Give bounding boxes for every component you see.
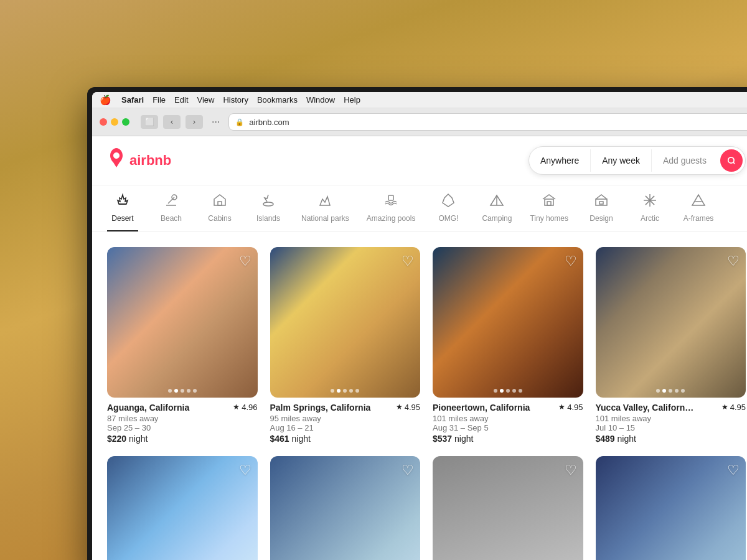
listing-price-aguanga: $220 night [107, 434, 258, 444]
category-amazing-pools[interactable]: Amazing pools [367, 193, 416, 231]
listing-distance-aguanga: 87 miles away [107, 414, 258, 423]
design-icon [594, 193, 609, 212]
listing-rating-aguanga: ★ 4.96 [233, 403, 257, 412]
image-dots [168, 389, 197, 393]
star-icon-palm-springs: ★ [396, 403, 403, 411]
menubar-window[interactable]: Window [306, 95, 335, 105]
category-islands[interactable]: Islands [253, 193, 284, 231]
wishlist-button-yucca-valley[interactable]: ♡ [727, 253, 740, 269]
menubar-bookmarks[interactable]: Bookmarks [257, 95, 298, 105]
listing-rating-pioneertown: ★ 4.95 [558, 403, 583, 412]
search-any-week[interactable]: Any week [591, 149, 652, 172]
listing-dates-palm-springs: Aug 16 – 21 [270, 423, 421, 432]
menubar-view[interactable]: View [197, 95, 215, 105]
svg-rect-5 [545, 199, 553, 205]
category-beach[interactable]: Beach [156, 193, 187, 231]
camping-icon [489, 193, 504, 212]
airbnb-logo-icon [107, 148, 126, 174]
menubar-help[interactable]: Help [344, 95, 360, 105]
menubar-safari[interactable]: Safari [121, 95, 144, 105]
listing-card-aguanga[interactable]: ♡ Aguanga, California ★ 4.96 87 miles aw… [107, 247, 258, 444]
listing-image-pioneertown: ♡ [433, 247, 583, 398]
dot-3 [187, 389, 190, 393]
listing-distance-pioneertown: 101 miles away [433, 414, 583, 423]
screen-bezel: 🍎 Safari File Edit View History Bookmark… [92, 92, 747, 560]
maximize-button[interactable] [122, 118, 129, 126]
forward-button[interactable]: › [186, 115, 203, 129]
listing-image-palm-springs: ♡ [270, 247, 421, 398]
category-label-camping: Camping [482, 214, 512, 223]
beach-icon [164, 193, 179, 212]
category-label-desert: Desert [111, 214, 133, 223]
dot-3 [349, 389, 353, 393]
category-arctic[interactable]: Arctic [634, 193, 665, 231]
listing-price-pioneertown: $537 night [433, 434, 583, 444]
search-button[interactable] [720, 149, 743, 172]
menubar-edit[interactable]: Edit [174, 95, 188, 105]
url-text: airbnb.com [249, 118, 289, 127]
category-desert[interactable]: Desert [107, 193, 138, 231]
back-button[interactable]: ‹ [163, 115, 181, 129]
tab-more-button[interactable]: ··· [209, 116, 222, 128]
dot-4 [355, 389, 359, 393]
listing-card-pioneertown[interactable]: ♡ Pioneertown, California ★ 4.95 101 mil… [433, 247, 583, 444]
listing-card-bottom1[interactable]: ♡ [107, 456, 258, 561]
wishlist-button-aguanga[interactable]: ♡ [239, 253, 251, 269]
browser-controls: ⬜ ‹ › [141, 115, 203, 129]
close-button[interactable] [100, 118, 107, 126]
dot-0 [168, 389, 172, 393]
category-a-frames[interactable]: A-frames [683, 193, 714, 231]
wishlist-button-bottom4[interactable]: ♡ [727, 462, 740, 478]
svg-rect-6 [547, 202, 551, 205]
listing-price-amount-pioneertown: $537 [433, 434, 452, 444]
search-add-guests[interactable]: Add guests [652, 149, 718, 172]
wishlist-button-bottom1[interactable]: ♡ [239, 462, 251, 478]
listing-card-bottom2[interactable]: ♡ [270, 456, 421, 561]
dot-4 [193, 389, 197, 393]
menubar-file[interactable]: File [153, 95, 166, 105]
listing-card-palm-springs[interactable]: ♡ Palm Springs, California ★ 4.95 95 mil… [270, 247, 421, 444]
airbnb-logo[interactable]: airbnb [107, 148, 171, 174]
dot-3 [512, 389, 516, 393]
dot-0 [331, 389, 334, 393]
category-camping[interactable]: Camping [481, 193, 512, 231]
category-nav: Desert Beach Cabins Islands National par… [92, 185, 747, 232]
wishlist-button-bottom2[interactable]: ♡ [402, 462, 414, 478]
browser-chrome: ⬜ ‹ › ··· 🔒 airbnb.com [92, 108, 747, 136]
dot-0 [494, 389, 497, 393]
wishlist-button-bottom3[interactable]: ♡ [565, 462, 577, 478]
dot-1 [500, 389, 504, 393]
listing-info-palm-springs: Palm Springs, California ★ 4.95 [270, 403, 421, 413]
category-national-parks[interactable]: National parks [301, 193, 349, 231]
wishlist-button-palm-springs[interactable]: ♡ [402, 253, 414, 269]
listing-image-bottom2: ♡ [270, 456, 421, 561]
listing-card-bottom4[interactable]: ♡ [596, 456, 746, 561]
apple-menu[interactable]: 🍎 [100, 95, 111, 106]
listing-location-aguanga: Aguanga, California [107, 403, 189, 413]
category-design[interactable]: Design [586, 193, 617, 231]
listings-area: ♡ Aguanga, California ★ 4.96 87 miles aw… [92, 232, 747, 560]
image-dots [494, 389, 522, 393]
listing-card-bottom3[interactable]: ♡ [433, 456, 583, 561]
listing-location-pioneertown: Pioneertown, California [433, 403, 530, 413]
category-tiny-homes[interactable]: Tiny homes [530, 193, 568, 231]
dot-2 [343, 389, 347, 393]
category-label-a-frames: A-frames [684, 214, 714, 223]
category-cabins[interactable]: Cabins [204, 193, 235, 231]
listing-info-pioneertown: Pioneertown, California ★ 4.95 [433, 403, 583, 413]
category-omg[interactable]: OMG! [433, 193, 464, 231]
menubar-history[interactable]: History [223, 95, 248, 105]
listing-card-yucca-valley[interactable]: ♡ Yucca Valley, Californ… ★ 4.95 101 mil… [596, 247, 746, 444]
sidebar-toggle[interactable]: ⬜ [141, 115, 158, 129]
category-label-amazing-pools: Amazing pools [367, 214, 416, 223]
macos-menubar: 🍎 Safari File Edit View History Bookmark… [92, 92, 747, 108]
category-label-beach: Beach [161, 214, 182, 223]
listing-image-bottom1: ♡ [107, 456, 258, 561]
listing-image-bottom4: ♡ [596, 456, 746, 561]
airbnb-header: airbnb Anywhere Any week Add guests [92, 136, 747, 185]
minimize-button[interactable] [111, 118, 118, 126]
address-bar[interactable]: 🔒 airbnb.com [228, 113, 747, 131]
wishlist-button-pioneertown[interactable]: ♡ [565, 253, 577, 269]
search-anywhere[interactable]: Anywhere [529, 149, 591, 172]
omg-icon [441, 193, 456, 212]
